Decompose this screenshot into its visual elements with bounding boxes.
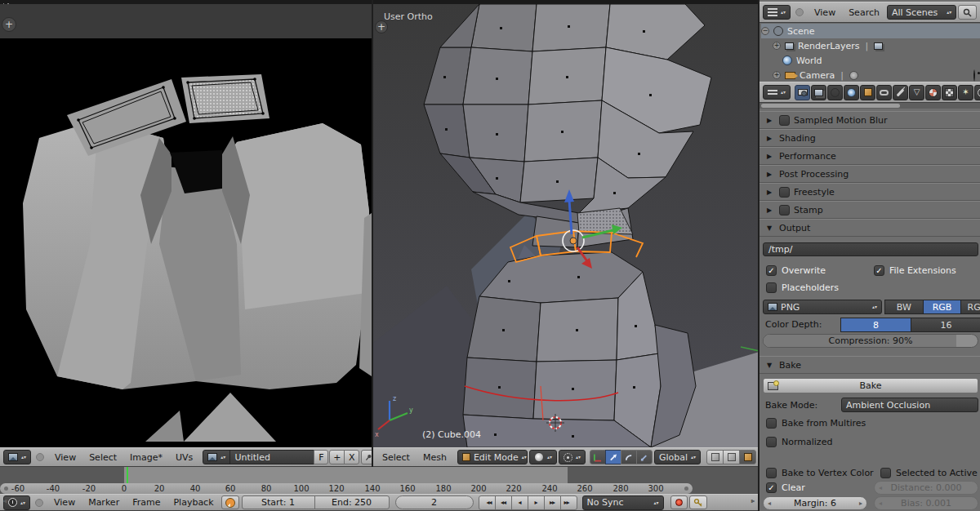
overwrite-option[interactable]: ✓Overwrite: [766, 264, 826, 277]
snap-toggle[interactable]: [706, 450, 724, 464]
panel-performance[interactable]: ▶Performance: [760, 147, 980, 165]
menu-view[interactable]: View: [48, 497, 81, 508]
color-mode-bw[interactable]: BW: [884, 300, 924, 314]
clear-option[interactable]: ✓Clear: [766, 482, 805, 494]
tab-material[interactable]: [925, 85, 941, 100]
menu-uvs[interactable]: UVs: [170, 452, 198, 463]
stamp-checkbox[interactable]: [779, 205, 790, 216]
bake-button[interactable]: Bake: [763, 378, 978, 393]
compression-slider[interactable]: Compression: 90%: [763, 334, 978, 348]
tab-scene[interactable]: [827, 85, 843, 100]
expand-icon[interactable]: +: [773, 42, 781, 50]
collapse-menus-icon[interactable]: [36, 453, 44, 461]
menu-select[interactable]: Select: [83, 452, 122, 463]
selected-to-active-checkbox[interactable]: [880, 468, 891, 478]
menu-playback[interactable]: Playback: [167, 497, 219, 508]
pivot-dropdown[interactable]: ▴▾: [559, 450, 586, 464]
file-extensions-option[interactable]: ✓File Extensions: [874, 264, 956, 277]
frame-start-field[interactable]: ◂Start: 1▸: [242, 495, 315, 509]
freestyle-checkbox[interactable]: [779, 187, 790, 198]
editor-type-button[interactable]: ▴▾: [3, 450, 31, 464]
output-path-field[interactable]: /tmp/: [763, 242, 978, 256]
collapse-menus-icon[interactable]: [35, 499, 43, 507]
translate-manipulator-button[interactable]: [605, 450, 621, 464]
editor-type-button[interactable]: ▴▾: [763, 85, 791, 100]
menu-image[interactable]: Image*: [124, 452, 168, 463]
mode-dropdown[interactable]: Edit Mode▴▾: [457, 450, 528, 464]
new-image-button[interactable]: +: [329, 450, 345, 464]
bake-from-multires-option[interactable]: Bake from Multires: [766, 417, 866, 429]
color-depth-16[interactable]: 16: [911, 318, 980, 332]
fake-user-button[interactable]: F: [314, 450, 328, 464]
tab-texture[interactable]: [942, 85, 957, 100]
snap-element-button[interactable]: [723, 450, 740, 464]
margin-slider[interactable]: ◂Margin: 6▸: [763, 496, 867, 510]
tab-render[interactable]: [795, 85, 810, 100]
search-button[interactable]: [958, 5, 977, 20]
motion-blur-checkbox[interactable]: [779, 115, 790, 126]
tab-physics[interactable]: [974, 85, 980, 100]
keying-set-button[interactable]: [689, 495, 707, 509]
menu-view[interactable]: View: [49, 452, 82, 463]
tab-object[interactable]: [860, 85, 875, 100]
panel-bake[interactable]: ▼Bake: [760, 356, 980, 374]
clear-checkbox[interactable]: ✓: [766, 482, 777, 493]
rotate-manipulator-button[interactable]: [621, 450, 637, 464]
normalized-option[interactable]: Normalized: [766, 436, 832, 448]
tab-object-data[interactable]: ▽: [909, 85, 924, 100]
panel-stamp[interactable]: ▶Stamp: [760, 201, 980, 219]
expand-icon[interactable]: +: [773, 71, 781, 79]
color-depth-8[interactable]: 8: [840, 318, 911, 332]
jump-to-end-button[interactable]: ▸▸: [560, 495, 577, 510]
panel-post-processing[interactable]: ▶Post Processing: [760, 165, 980, 183]
overwrite-checkbox[interactable]: ✓: [766, 265, 777, 276]
panel-output[interactable]: ▼Output: [760, 219, 980, 237]
placeholders-option[interactable]: Placeholders: [766, 282, 839, 294]
menu-frame[interactable]: Frame: [127, 497, 166, 508]
editor-type-button[interactable]: ▴▾: [3, 495, 30, 510]
tab-modifiers[interactable]: [893, 85, 908, 100]
frame-end-field[interactable]: ◂End: 250▸: [314, 495, 390, 509]
collapse-menus-icon[interactable]: [795, 8, 804, 16]
bake-from-multires-checkbox[interactable]: [766, 418, 777, 429]
properties-scrollbar-thumb[interactable]: [761, 104, 900, 108]
outliner-row-world[interactable]: World: [761, 53, 980, 68]
panel-motion-blur[interactable]: ▶Sampled Motion Blur: [760, 111, 980, 129]
file-extensions-checkbox[interactable]: ✓: [874, 265, 884, 276]
auto-keyframe-button[interactable]: [670, 495, 688, 509]
tab-world[interactable]: [844, 85, 859, 100]
uv-canvas[interactable]: +: [0, 4, 372, 447]
outliner-row-renderlayers[interactable]: + RenderLayers |: [761, 38, 980, 53]
manipulator-toggle[interactable]: [590, 450, 606, 464]
collapse-icon[interactable]: −: [761, 27, 769, 35]
previous-keyframe-button[interactable]: ◂◂: [495, 495, 512, 510]
unlink-image-button[interactable]: X: [344, 450, 359, 464]
image-name-field[interactable]: Untitled: [229, 450, 314, 464]
bake-mode-dropdown[interactable]: Ambient Occlusion: [841, 398, 978, 412]
scale-manipulator-button[interactable]: [636, 450, 653, 464]
normalized-checkbox[interactable]: [766, 437, 777, 447]
menu-search[interactable]: Search: [843, 7, 885, 18]
region-expand-button[interactable]: +: [375, 20, 388, 33]
tab-render-layers[interactable]: [811, 85, 826, 100]
play-button[interactable]: ▸: [528, 495, 545, 510]
outliner-row-scene[interactable]: − Scene: [761, 24, 980, 38]
menu-select[interactable]: Select: [376, 452, 416, 463]
visibility-toggle[interactable]: [973, 70, 975, 81]
occlude-geometry-toggle[interactable]: [739, 450, 756, 464]
panel-shading[interactable]: ▶Shading: [760, 129, 980, 147]
viewport-canvas[interactable]: z y x User Ortho (2) Cube.004 +: [373, 4, 758, 447]
image-browse-button[interactable]: ▴▾: [203, 450, 230, 464]
pin-button[interactable]: [361, 450, 372, 464]
menu-mesh[interactable]: Mesh: [417, 452, 452, 463]
orientation-dropdown[interactable]: Global▴▾: [654, 450, 701, 464]
outliner-row-camera[interactable]: + Camera |: [761, 68, 980, 82]
display-filter-dropdown[interactable]: All Scenes▴▾: [887, 5, 956, 20]
tab-constraints[interactable]: [876, 85, 892, 100]
placeholders-checkbox[interactable]: [766, 282, 777, 293]
color-mode-rgb[interactable]: RGB: [923, 300, 962, 314]
current-frame-field[interactable]: ◂2▸: [395, 495, 474, 509]
shading-dropdown[interactable]: ▴▾: [529, 450, 557, 464]
editor-type-button[interactable]: ▴▾: [763, 5, 791, 20]
play-reverse-button[interactable]: ◂: [511, 495, 528, 510]
